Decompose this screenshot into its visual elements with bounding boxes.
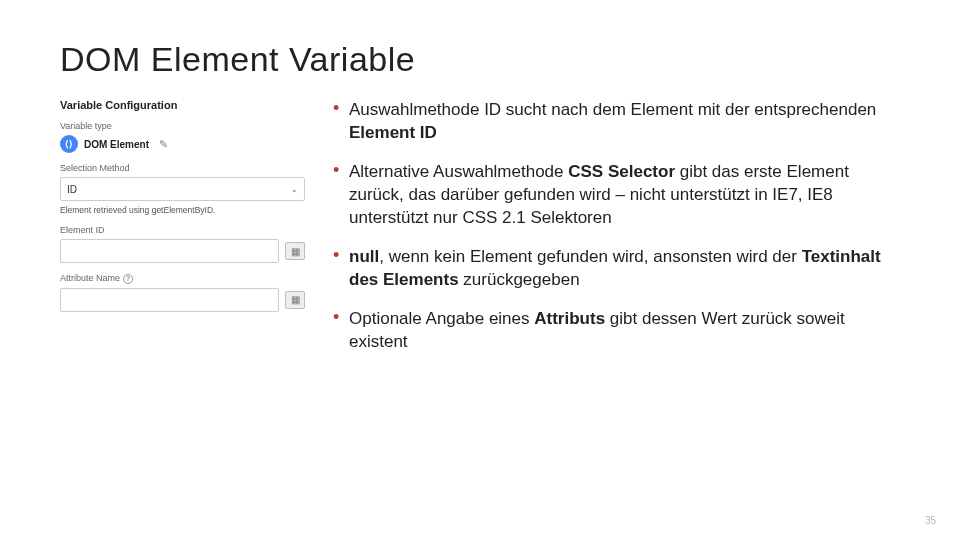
selection-method-value: ID	[67, 184, 77, 195]
code-icon: ⟨⟩	[60, 135, 78, 153]
selection-helper-text: Element retrieved using getElementByID.	[60, 205, 305, 215]
list-item: Alternative Auswahlmethode CSS Selector …	[333, 161, 900, 230]
edit-icon[interactable]: ✎	[159, 138, 168, 151]
element-id-input[interactable]	[60, 239, 279, 263]
slide-title: DOM Element Variable	[60, 40, 900, 79]
config-panel: Variable Configuration Variable type ⟨⟩ …	[60, 99, 305, 369]
page-number: 35	[925, 515, 936, 526]
element-id-label: Element ID	[60, 225, 305, 235]
help-icon[interactable]: ?	[123, 274, 133, 284]
variable-type-label: Variable type	[60, 121, 305, 131]
chevron-down-icon: ⌄	[291, 185, 298, 194]
selection-method-label: Selection Method	[60, 163, 305, 173]
list-item: Optionale Angabe eines Attributs gibt de…	[333, 308, 900, 354]
attribute-name-label: Attribute Name?	[60, 273, 305, 284]
panel-heading: Variable Configuration	[60, 99, 305, 111]
list-item: Auswahlmethode ID sucht nach dem Element…	[333, 99, 900, 145]
attribute-name-input[interactable]	[60, 288, 279, 312]
list-item: null, wenn kein Element gefunden wird, a…	[333, 246, 900, 292]
bullet-list: Auswahlmethode ID sucht nach dem Element…	[333, 99, 900, 369]
selection-method-select[interactable]: ID ⌄	[60, 177, 305, 201]
variable-picker-icon[interactable]: ▦	[285, 291, 305, 309]
variable-picker-icon[interactable]: ▦	[285, 242, 305, 260]
variable-type-value: DOM Element	[84, 139, 149, 150]
